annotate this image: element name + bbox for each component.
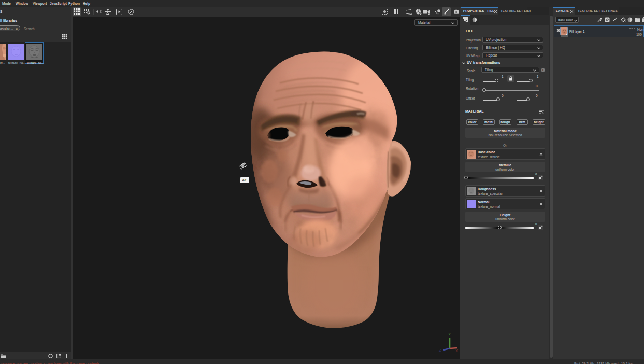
- svg-text:Y: Y: [448, 332, 451, 337]
- svg-text:Z: Z: [439, 348, 441, 352]
- svg-text:X: X: [455, 348, 459, 352]
